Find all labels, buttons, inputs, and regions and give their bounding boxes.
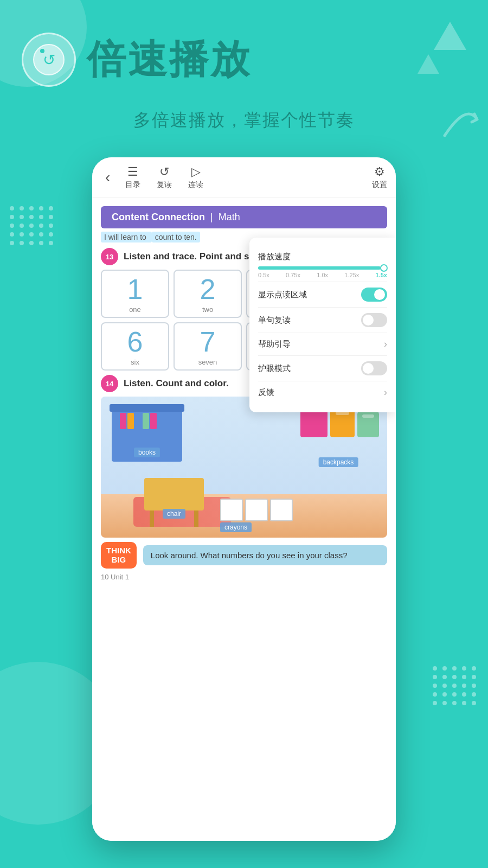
- svg-text:↺: ↺: [43, 52, 55, 68]
- books-label: books: [134, 448, 160, 457]
- highlight-toggle[interactable]: [361, 288, 387, 302]
- exercise-1-badge: 13: [101, 248, 118, 265]
- crayons-label: crayons: [220, 522, 252, 532]
- chair-2: [245, 499, 268, 521]
- repeat-icon: ↺: [159, 165, 169, 179]
- speed-label: 播放速度: [258, 252, 387, 262]
- content-connection-header: Content Connection | Math: [101, 206, 387, 228]
- think-big-section: THINK BIG Look around. What numbers do y…: [101, 542, 387, 569]
- toolbar: ‹ ☰ 目录 ↺ 复读 ▷ 连读 ⚙ 设置: [92, 157, 396, 197]
- learn-highlight: count to ten.: [152, 232, 200, 242]
- settings-row-eyecare: 护眼模式: [258, 356, 387, 381]
- unit-name: Unit 1: [111, 573, 129, 581]
- catalog-label: 目录: [125, 180, 140, 190]
- settings-button[interactable]: ⚙ 设置: [372, 165, 387, 190]
- bag-3: [357, 410, 379, 437]
- speed-control: 播放速度 0.5x 0.75x 1.0x 1.25x 1.5x: [258, 246, 387, 282]
- eyecare-label: 护眼模式: [258, 363, 291, 374]
- app-logo: ↺: [22, 33, 76, 87]
- speed-options: 0.5x 0.75x 1.0x 1.25x 1.5x: [258, 272, 387, 278]
- bookshelf: books: [112, 407, 182, 462]
- settings-row-feedback[interactable]: 反馈 ›: [258, 381, 387, 404]
- guide-chevron-icon: ›: [384, 339, 387, 350]
- toolbar-item-continuous[interactable]: ▷ 连读: [188, 165, 203, 190]
- think-big-line2: BIG: [106, 556, 131, 565]
- repeat-label: 复读: [157, 180, 172, 190]
- desk-leg-left: [150, 510, 154, 527]
- speed-1.5x[interactable]: 1.5x: [376, 272, 387, 278]
- word-six: six: [131, 358, 139, 366]
- cc-divider: |: [210, 212, 213, 223]
- number-card-6: 6 six: [101, 322, 169, 371]
- settings-row-repeat: 单句复读: [258, 308, 387, 333]
- backpacks-label: backpacks: [319, 457, 358, 467]
- page-num: 10: [101, 573, 108, 581]
- speed-slider-thumb: [380, 264, 388, 272]
- digit-6: 6: [127, 328, 143, 356]
- shelf-top: [110, 404, 184, 412]
- page-number: 10 Unit 1: [101, 573, 387, 581]
- repeat-toggle-thumb: [363, 315, 374, 326]
- classroom-illustration: books backpacks: [101, 397, 387, 538]
- desk-leg-right: [194, 510, 198, 527]
- speed-slider-fill: [258, 266, 381, 270]
- guide-label: 帮助引导: [258, 339, 291, 349]
- think-big-text: Look around. What numbers do you see in …: [143, 545, 387, 565]
- continuous-icon: ▷: [191, 165, 201, 179]
- device-mockup: ‹ ☰ 目录 ↺ 复读 ▷ 连读 ⚙ 设置 Content Connection…: [92, 157, 396, 841]
- chair-1: [220, 499, 243, 521]
- bg-dots-right: [433, 666, 477, 705]
- speed-0.5x[interactable]: 0.5x: [258, 272, 269, 278]
- shelf-books: [120, 413, 157, 429]
- toolbar-items: ☰ 目录 ↺ 复读 ▷ 连读: [125, 165, 203, 190]
- speed-1.0x[interactable]: 1.0x: [317, 272, 328, 278]
- word-one: one: [129, 305, 141, 314]
- toolbar-item-catalog[interactable]: ☰ 目录: [125, 165, 140, 190]
- eyecare-toggle[interactable]: [361, 361, 387, 375]
- settings-panel: 播放速度 0.5x 0.75x 1.0x 1.25x 1.5x 显示点读区域: [249, 238, 396, 412]
- word-two: two: [202, 305, 213, 314]
- chair-label: chair: [163, 509, 185, 519]
- cc-subject: Math: [219, 212, 240, 223]
- svg-point-2: [40, 49, 44, 53]
- feedback-chevron-icon: ›: [384, 387, 387, 398]
- number-card-1: 1 one: [101, 270, 169, 318]
- main-title: 倍速播放: [87, 34, 252, 86]
- settings-row-highlight: 显示点读区域: [258, 282, 387, 308]
- exercise-1-title: Listen and trace. Point and say.: [124, 251, 261, 262]
- repeat-label-settings: 单句复读: [258, 315, 291, 326]
- repeat-toggle[interactable]: [361, 313, 387, 327]
- speed-slider-track[interactable]: [258, 266, 387, 270]
- chairs-area: crayons: [220, 499, 293, 521]
- eyecare-toggle-thumb: [363, 363, 374, 374]
- number-card-7: 7 seven: [174, 322, 242, 371]
- think-big-line1: THINK: [106, 546, 131, 556]
- digit-1: 1: [127, 275, 143, 303]
- subtitle: 多倍速播放，掌握个性节奏: [0, 108, 488, 132]
- header: ↺ 倍速播放: [22, 33, 252, 87]
- number-card-2: 2 two: [174, 270, 242, 318]
- page-content: Content Connection | Math I will learn t…: [92, 197, 396, 841]
- toolbar-item-repeat[interactable]: ↺ 复读: [157, 165, 172, 190]
- bg-dots-left: [10, 206, 54, 245]
- speed-0.75x[interactable]: 0.75x: [286, 272, 300, 278]
- digit-2: 2: [200, 275, 216, 303]
- highlight-label: 显示点读区域: [258, 290, 307, 300]
- teacher-desk: chair: [144, 478, 204, 510]
- back-button[interactable]: ‹: [101, 164, 114, 190]
- settings-icon: ⚙: [374, 165, 385, 179]
- continuous-label: 连读: [188, 180, 203, 190]
- think-big-badge: THINK BIG: [101, 542, 137, 569]
- highlight-toggle-thumb: [374, 289, 385, 300]
- exercise-2-title: Listen. Count and color.: [124, 378, 229, 389]
- learn-label: I will learn to: [101, 232, 152, 242]
- catalog-icon: ☰: [127, 165, 138, 179]
- digit-7: 7: [200, 328, 216, 356]
- speed-1.25x[interactable]: 1.25x: [344, 272, 359, 278]
- cc-title: Content Connection: [112, 212, 205, 223]
- settings-row-guide[interactable]: 帮助引导 ›: [258, 333, 387, 356]
- word-seven: seven: [198, 358, 217, 366]
- chair-3: [270, 499, 293, 521]
- feedback-label: 反馈: [258, 387, 274, 398]
- exercise-2-badge: 14: [101, 375, 118, 392]
